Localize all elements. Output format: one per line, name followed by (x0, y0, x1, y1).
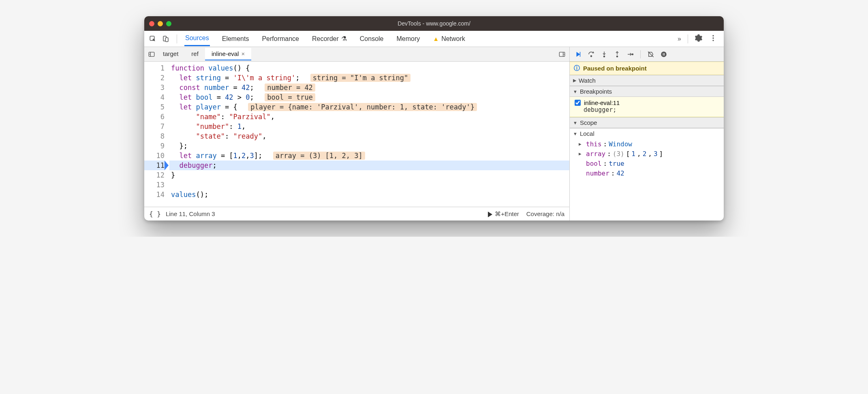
breakpoint-checkbox[interactable] (575, 100, 581, 106)
file-tab-target[interactable]: target (156, 48, 185, 60)
tab-performance[interactable]: Performance (261, 31, 300, 46)
svg-point-10 (617, 56, 618, 57)
line-number[interactable]: 12 (144, 170, 165, 180)
code-line[interactable]: let string = 'I\'m a string'; string = "… (169, 73, 569, 83)
settings-icon[interactable] (691, 32, 706, 45)
svg-point-11 (632, 54, 633, 55)
code-line[interactable]: "state": "ready", (169, 131, 569, 141)
device-toggle-icon[interactable] (160, 34, 171, 44)
close-window-button[interactable] (149, 21, 154, 26)
local-scope-header[interactable]: ▼Local (570, 128, 724, 139)
step-out-button[interactable] (614, 51, 621, 58)
code-line[interactable]: "number": 1, (169, 122, 569, 131)
debugger-toggle-icon[interactable] (557, 51, 567, 58)
inline-value-hint: array = (3) [1, 2, 3] (273, 152, 365, 160)
resume-button[interactable] (575, 51, 582, 58)
step-button[interactable] (626, 51, 634, 58)
code-line[interactable] (169, 180, 569, 190)
tab-console[interactable]: Console (359, 31, 385, 46)
svg-point-4 (712, 37, 714, 39)
line-number[interactable]: 8 (144, 131, 165, 141)
svg-rect-13 (663, 53, 664, 56)
navigator-toggle-icon[interactable] (147, 51, 156, 58)
scope-variable[interactable]: bool: true (573, 159, 721, 169)
inline-value-hint: bool = true (265, 93, 315, 101)
svg-point-5 (712, 40, 714, 41)
tab-recorder[interactable]: Recorder ⚗ (311, 31, 348, 46)
panel-body: targetrefinline-eval× 123456789101112131… (144, 47, 724, 221)
scope-variable[interactable]: ▶array: (3) [1, 2, 3] (573, 149, 721, 159)
line-number[interactable]: 10 (144, 151, 165, 161)
file-tab-ref[interactable]: ref (185, 48, 205, 60)
maximize-window-button[interactable] (166, 21, 171, 26)
line-number[interactable]: 14 (144, 190, 165, 199)
run-snippet-button[interactable]: ⌘+Enter (488, 210, 519, 218)
line-number[interactable]: 5 (144, 102, 165, 112)
code-line[interactable]: }; (169, 141, 569, 151)
svg-rect-2 (165, 38, 168, 42)
line-number[interactable]: 1 (144, 63, 165, 73)
tab-network[interactable]: ▲ Network (432, 31, 466, 46)
line-number[interactable]: 3 (144, 83, 165, 92)
svg-point-8 (591, 56, 592, 57)
line-number[interactable]: 11 (144, 161, 165, 170)
file-tab-bar: targetrefinline-eval× (144, 47, 569, 62)
info-icon: ⓘ (574, 64, 580, 72)
line-gutter[interactable]: 1234567891011121314 (144, 62, 169, 207)
file-tab-inline-eval[interactable]: inline-eval× (205, 48, 251, 60)
editor-statusbar: { } Line 11, Column 3 ⌘+Enter Coverage: … (144, 207, 569, 221)
window-controls (149, 21, 171, 26)
watch-section-header[interactable]: ▶Watch (570, 75, 724, 86)
main-toolbar: SourcesElementsPerformanceRecorder ⚗Cons… (144, 31, 724, 47)
coverage-status: Coverage: n/a (526, 210, 564, 217)
warning-icon: ▲ (433, 35, 439, 42)
svg-point-3 (712, 35, 714, 36)
line-number[interactable]: 4 (144, 92, 165, 102)
line-number[interactable]: 9 (144, 141, 165, 151)
minimize-window-button[interactable] (158, 21, 163, 26)
scope-section-header[interactable]: ▼Scope (570, 117, 724, 128)
cursor-position: Line 11, Column 3 (166, 210, 215, 217)
scope-variable[interactable]: ▶this: Window (573, 139, 721, 149)
tab-sources[interactable]: Sources (184, 31, 210, 46)
inline-value-hint: string = "I'm a string" (310, 74, 410, 82)
code-line[interactable]: const number = 42; number = 42 (169, 83, 569, 92)
titlebar: DevTools - www.google.com/ (144, 16, 724, 31)
code-line[interactable]: let player = { player = {name: 'Parzival… (169, 102, 569, 112)
breakpoints-section-header[interactable]: ▼Breakpoints (570, 86, 724, 97)
step-over-button[interactable] (588, 51, 595, 58)
close-tab-icon[interactable]: × (241, 50, 245, 57)
pause-message: Paused on breakpoint (583, 65, 647, 72)
code-line[interactable]: let array = [1,2,3]; array = (3) [1, 2, … (169, 151, 569, 161)
code-line[interactable]: debugger; (169, 161, 569, 170)
inline-value-hint: player = {name: 'Parzival', number: 1, s… (248, 103, 477, 111)
deactivate-breakpoints-button[interactable] (647, 51, 654, 58)
code-line[interactable]: } (169, 170, 569, 180)
line-number[interactable]: 2 (144, 73, 165, 83)
line-number[interactable]: 13 (144, 180, 165, 190)
debugger-sidebar: ⓘ Paused on breakpoint ▶Watch ▼Breakpoin… (570, 47, 724, 221)
pause-on-exceptions-button[interactable] (660, 51, 667, 58)
code-editor[interactable]: 1234567891011121314 function values() { … (144, 62, 569, 207)
step-into-button[interactable] (601, 51, 608, 58)
tab-memory[interactable]: Memory (396, 31, 421, 46)
scope-variable[interactable]: number: 42 (573, 169, 721, 178)
code-line[interactable]: values(); (169, 190, 569, 199)
line-number[interactable]: 6 (144, 112, 165, 122)
breakpoint-item[interactable]: inline-eval:11 debugger; (570, 97, 724, 117)
code-line[interactable]: function values() { (169, 63, 569, 73)
format-icon[interactable]: { } (149, 210, 161, 218)
divider (688, 34, 688, 43)
pause-banner: ⓘ Paused on breakpoint (570, 62, 724, 75)
sources-panel: targetrefinline-eval× 123456789101112131… (144, 47, 570, 221)
code-content[interactable]: function values() { let string = 'I\'m a… (169, 62, 569, 207)
more-options-icon[interactable] (706, 32, 720, 45)
line-number[interactable]: 7 (144, 122, 165, 131)
code-line[interactable]: let bool = 42 > 0; bool = true (169, 92, 569, 102)
tab-elements[interactable]: Elements (221, 31, 250, 46)
devtools-window: DevTools - www.google.com/ SourcesElemen… (144, 16, 724, 221)
inspect-element-icon[interactable] (148, 34, 158, 44)
divider (177, 34, 177, 43)
code-line[interactable]: "name": "Parzival", (169, 112, 569, 122)
tabs-overflow-button[interactable]: » (678, 35, 681, 43)
